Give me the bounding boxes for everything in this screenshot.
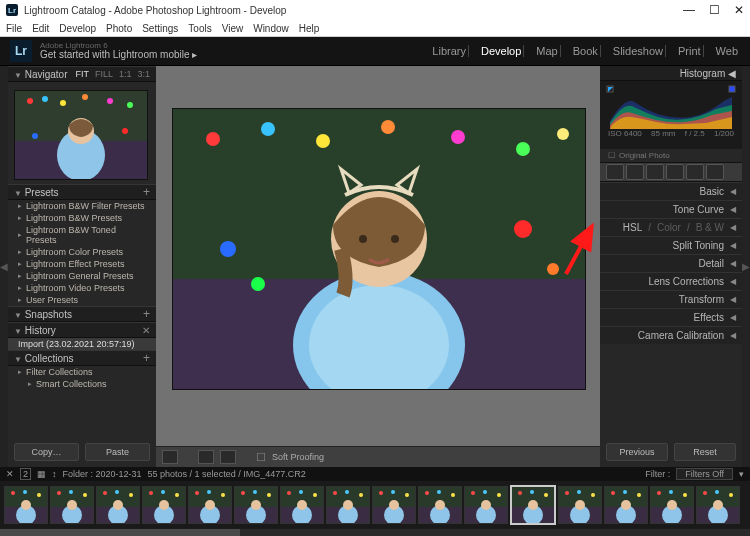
histogram-header[interactable]: Histogram ◀	[600, 66, 742, 81]
module-slideshow[interactable]: Slideshow	[611, 45, 666, 57]
right-edge-toggle[interactable]: ▶	[742, 66, 750, 467]
collection-item[interactable]: Smart Collections	[8, 378, 156, 390]
nav-zoom-1:1[interactable]: 1:1	[119, 69, 132, 79]
preset-folder[interactable]: User Presets	[8, 294, 156, 306]
presets-header[interactable]: ▼ Presets +	[8, 184, 156, 200]
menu-window[interactable]: Window	[253, 23, 289, 34]
filmstrip-thumb[interactable]	[188, 486, 232, 524]
history-header[interactable]: ▼ History ✕	[8, 322, 156, 338]
history-clear-icon[interactable]: ✕	[142, 325, 150, 336]
nav-zoom-fit[interactable]: FIT	[75, 69, 89, 79]
filmstrip-thumb[interactable]	[650, 486, 694, 524]
nav-zoom-fill[interactable]: FILL	[95, 69, 113, 79]
menu-develop[interactable]: Develop	[59, 23, 96, 34]
original-photo-toggle[interactable]: ☐ Original Photo	[600, 149, 742, 162]
navigator-header[interactable]: ▼ Navigator FITFILL1:13:1	[8, 66, 156, 82]
filmstrip-thumb[interactable]	[510, 485, 556, 525]
filters-off-button[interactable]: Filters Off	[676, 468, 733, 480]
main-preview[interactable]	[172, 108, 586, 390]
module-develop[interactable]: Develop	[479, 45, 524, 57]
soft-proofing-label[interactable]: Soft Proofing	[272, 452, 324, 462]
filmstrip-thumb[interactable]	[234, 486, 278, 524]
panel-hsl[interactable]: HSL/Color/B & W◀	[600, 218, 742, 236]
filmstrip-thumb[interactable]	[558, 486, 602, 524]
panel-tone-curve[interactable]: Tone Curve◀	[600, 200, 742, 218]
filmstrip-thumb[interactable]	[50, 486, 94, 524]
image-stage[interactable]	[156, 66, 600, 446]
left-edge-toggle[interactable]: ◀	[0, 66, 8, 467]
menu-file[interactable]: File	[6, 23, 22, 34]
collections-add-icon[interactable]: +	[143, 351, 150, 365]
second-window-icon[interactable]: ✕	[6, 469, 14, 479]
history-item[interactable]: Import (23.02.2021 20:57:19)	[8, 338, 156, 350]
navigator-thumbnail[interactable]	[14, 90, 148, 180]
second-window-mode[interactable]: 2	[20, 468, 31, 480]
sort-icon[interactable]: ↕	[52, 469, 57, 479]
preset-folder[interactable]: Lightroom B&W Filter Presets	[8, 200, 156, 212]
spot-tool-icon[interactable]	[626, 164, 644, 180]
preset-folder[interactable]: Lightroom Color Presets	[8, 246, 156, 258]
brand-big[interactable]: Get started with Lightroom mobile ▸	[40, 50, 197, 60]
radial-filter-icon[interactable]	[686, 164, 704, 180]
panel-effects[interactable]: Effects◀	[600, 308, 742, 326]
brush-tool-icon[interactable]	[706, 164, 724, 180]
crop-tool-icon[interactable]	[606, 164, 624, 180]
collections-header[interactable]: ▼ Collections +	[8, 350, 156, 366]
filmstrip[interactable]	[0, 481, 750, 529]
preset-folder[interactable]: Lightroom Effect Presets	[8, 258, 156, 270]
module-web[interactable]: Web	[714, 45, 740, 57]
panel-transform[interactable]: Transform◀	[600, 290, 742, 308]
before-after-icon[interactable]	[198, 450, 214, 464]
filmstrip-thumb[interactable]	[96, 486, 140, 524]
menu-view[interactable]: View	[222, 23, 244, 34]
presets-add-icon[interactable]: +	[143, 185, 150, 199]
nav-zoom-3:1[interactable]: 3:1	[137, 69, 150, 79]
snapshots-add-icon[interactable]: +	[143, 307, 150, 321]
histogram-body[interactable]: ISO 6400 85 mm f / 2.5 1/200	[600, 81, 742, 149]
module-book[interactable]: Book	[571, 45, 601, 57]
filmstrip-thumb[interactable]	[464, 486, 508, 524]
filmstrip-thumb[interactable]	[326, 486, 370, 524]
preset-folder[interactable]: Lightroom B&W Toned Presets	[8, 224, 156, 246]
loupe-view-icon[interactable]	[162, 450, 178, 464]
menu-photo[interactable]: Photo	[106, 23, 132, 34]
filmstrip-thumb[interactable]	[4, 486, 48, 524]
preset-folder[interactable]: Lightroom B&W Presets	[8, 212, 156, 224]
maximize-button[interactable]: ☐	[709, 3, 720, 17]
module-library[interactable]: Library	[430, 45, 469, 57]
paste-button[interactable]: Paste	[85, 443, 150, 461]
preset-folder[interactable]: Lightroom Video Presets	[8, 282, 156, 294]
filmstrip-thumb[interactable]	[418, 486, 462, 524]
collection-item[interactable]: Filter Collections	[8, 366, 156, 378]
filter-lock-icon[interactable]: ▾	[739, 469, 744, 479]
filmstrip-scrollbar[interactable]	[0, 529, 750, 536]
menu-edit[interactable]: Edit	[32, 23, 49, 34]
copy-button[interactable]: Copy…	[14, 443, 79, 461]
before-after-split-icon[interactable]	[220, 450, 236, 464]
reset-button[interactable]: Reset	[674, 443, 736, 461]
menu-tools[interactable]: Tools	[188, 23, 211, 34]
menu-help[interactable]: Help	[299, 23, 320, 34]
snapshots-header[interactable]: ▼ Snapshots +	[8, 306, 156, 322]
panel-basic[interactable]: Basic◀	[600, 182, 742, 200]
filmstrip-thumb[interactable]	[372, 486, 416, 524]
preset-folder[interactable]: Lightroom General Presets	[8, 270, 156, 282]
close-button[interactable]: ✕	[734, 3, 744, 17]
filmstrip-thumb[interactable]	[696, 486, 740, 524]
filmstrip-thumb[interactable]	[142, 486, 186, 524]
filmstrip-thumb[interactable]	[280, 486, 324, 524]
panel-camera-calibration[interactable]: Camera Calibration◀	[600, 326, 742, 344]
grad-filter-icon[interactable]	[666, 164, 684, 180]
minimize-button[interactable]: —	[683, 3, 695, 17]
panel-detail[interactable]: Detail◀	[600, 254, 742, 272]
menu-settings[interactable]: Settings	[142, 23, 178, 34]
filmstrip-thumb[interactable]	[604, 486, 648, 524]
panel-split-toning[interactable]: Split Toning◀	[600, 236, 742, 254]
module-map[interactable]: Map	[534, 45, 560, 57]
folder-path[interactable]: Folder : 2020-12-31	[63, 469, 142, 479]
redeye-tool-icon[interactable]	[646, 164, 664, 180]
previous-button[interactable]: Previous	[606, 443, 668, 461]
grid-icon[interactable]: ▦	[37, 469, 46, 479]
panel-lens-corrections[interactable]: Lens Corrections◀	[600, 272, 742, 290]
module-print[interactable]: Print	[676, 45, 704, 57]
